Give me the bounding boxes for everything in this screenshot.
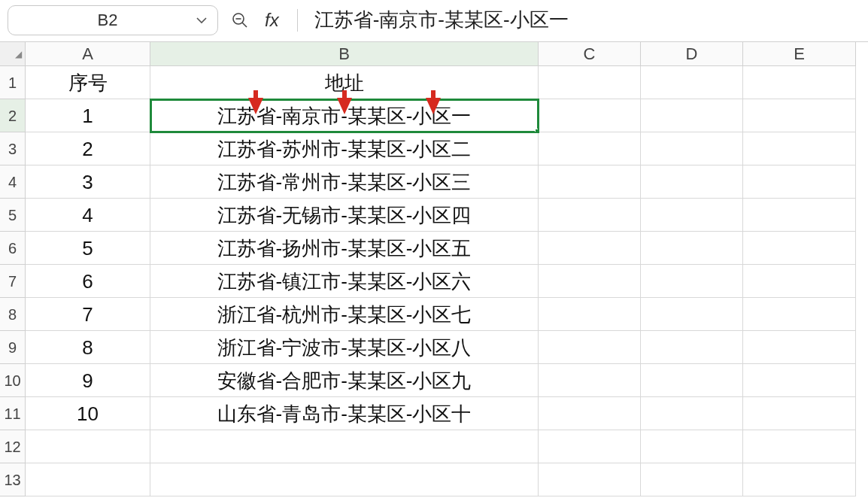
cell-D1[interactable] xyxy=(641,66,743,99)
cell-E2[interactable] xyxy=(743,99,856,132)
cell-C1[interactable] xyxy=(539,66,641,99)
cell-A3[interactable]: 2 xyxy=(26,132,150,165)
cell-C8[interactable] xyxy=(539,298,641,331)
cell-B3[interactable]: 江苏省-苏州市-某某区-小区二 xyxy=(150,132,539,165)
cell-C5[interactable] xyxy=(539,199,641,232)
cell-B7[interactable]: 江苏省-镇江市-某某区-小区六 xyxy=(150,265,539,298)
cell-B10[interactable]: 安徽省-合肥市-某某区-小区九 xyxy=(150,364,539,397)
cell-B1[interactable]: 地址 xyxy=(150,66,539,99)
column-header-B[interactable]: B xyxy=(150,42,539,66)
cell-C10[interactable] xyxy=(539,364,641,397)
cell-C11[interactable] xyxy=(539,397,641,430)
cell-E13[interactable] xyxy=(743,463,856,496)
cell-A11[interactable]: 10 xyxy=(26,397,150,430)
row-header[interactable]: 13 xyxy=(0,463,26,496)
cell-D12[interactable] xyxy=(641,430,743,463)
cell-E9[interactable] xyxy=(743,331,856,364)
name-box[interactable]: B2 xyxy=(8,5,218,35)
cell-E3[interactable] xyxy=(743,132,856,165)
cell-A10[interactable]: 9 xyxy=(26,364,150,397)
cell-B4[interactable]: 江苏省-常州市-某某区-小区三 xyxy=(150,165,539,199)
cell-B12[interactable] xyxy=(150,430,539,463)
cell-D13[interactable] xyxy=(641,463,743,496)
cell-D6[interactable] xyxy=(641,232,743,265)
row-header[interactable]: 6 xyxy=(0,232,26,265)
cell-C6[interactable] xyxy=(539,232,641,265)
column-header-D[interactable]: D xyxy=(641,42,743,66)
row-header[interactable]: 8 xyxy=(0,298,26,331)
cell-A9[interactable]: 8 xyxy=(26,331,150,364)
cell-E5[interactable] xyxy=(743,199,856,232)
row-header[interactable]: 11 xyxy=(0,397,26,430)
cell-C2[interactable] xyxy=(539,99,641,132)
cell-A2[interactable]: 1 xyxy=(26,99,150,132)
cell-C3[interactable] xyxy=(539,132,641,165)
chevron-down-icon[interactable] xyxy=(196,14,207,27)
cell-D2[interactable] xyxy=(641,99,743,132)
table-row: 3 2 江苏省-苏州市-某某区-小区二 xyxy=(0,132,868,165)
cell-D7[interactable] xyxy=(641,265,743,298)
cell-D4[interactable] xyxy=(641,165,743,199)
cell-E7[interactable] xyxy=(743,265,856,298)
cell-A6[interactable]: 5 xyxy=(26,232,150,265)
row-header[interactable]: 7 xyxy=(0,265,26,298)
cell-A13[interactable] xyxy=(26,463,150,496)
cell-B11[interactable]: 山东省-青岛市-某某区-小区十 xyxy=(150,397,539,430)
cell-D11[interactable] xyxy=(641,397,743,430)
table-row: 4 3 江苏省-常州市-某某区-小区三 xyxy=(0,165,868,199)
row-header[interactable]: 9 xyxy=(0,331,26,364)
cell-E6[interactable] xyxy=(743,232,856,265)
table-row: 1 序号 地址 xyxy=(0,66,868,99)
cell-reference: B2 xyxy=(19,11,196,30)
fill-handle[interactable] xyxy=(535,129,539,132)
select-all-corner[interactable]: ◢ xyxy=(0,42,26,66)
cell-A1[interactable]: 序号 xyxy=(26,66,150,99)
cell-B9[interactable]: 浙江省-宁波市-某某区-小区八 xyxy=(150,331,539,364)
cell-B8[interactable]: 浙江省-杭州市-某某区-小区七 xyxy=(150,298,539,331)
row-header[interactable]: 12 xyxy=(0,430,26,463)
cell-E1[interactable] xyxy=(743,66,856,99)
row-header[interactable]: 4 xyxy=(0,165,26,199)
table-row: 6 5 江苏省-扬州市-某某区-小区五 xyxy=(0,232,868,265)
formula-input[interactable] xyxy=(313,8,860,32)
cell-C12[interactable] xyxy=(539,430,641,463)
cell-D8[interactable] xyxy=(641,298,743,331)
column-header-E[interactable]: E xyxy=(743,42,856,66)
cell-A8[interactable]: 7 xyxy=(26,298,150,331)
cell-E12[interactable] xyxy=(743,430,856,463)
cell-C4[interactable] xyxy=(539,165,641,199)
cell-C9[interactable] xyxy=(539,331,641,364)
cell-E8[interactable] xyxy=(743,298,856,331)
row-header[interactable]: 2 xyxy=(0,99,26,132)
cell-D5[interactable] xyxy=(641,199,743,232)
cell-B13[interactable] xyxy=(150,463,539,496)
row-header[interactable]: 1 xyxy=(0,66,26,99)
zoom-out-icon[interactable] xyxy=(229,12,251,29)
table-row: 8 7 浙江省-杭州市-某某区-小区七 xyxy=(0,298,868,331)
cell-D9[interactable] xyxy=(641,331,743,364)
svg-line-1 xyxy=(242,23,247,27)
table-row: 7 6 江苏省-镇江市-某某区-小区六 xyxy=(0,265,868,298)
cell-D10[interactable] xyxy=(641,364,743,397)
cell-B5[interactable]: 江苏省-无锡市-某某区-小区四 xyxy=(150,199,539,232)
column-header-A[interactable]: A xyxy=(26,42,150,66)
table-row: 12 xyxy=(0,430,868,463)
cell-B2[interactable]: 江苏省-南京市-某某区-小区一 xyxy=(150,99,539,132)
table-row: 2 1 江苏省-南京市-某某区-小区一 xyxy=(0,99,868,132)
cell-E4[interactable] xyxy=(743,165,856,199)
row-header[interactable]: 3 xyxy=(0,132,26,165)
cell-C13[interactable] xyxy=(539,463,641,496)
cell-E11[interactable] xyxy=(743,397,856,430)
row-header[interactable]: 10 xyxy=(0,364,26,397)
cell-A12[interactable] xyxy=(26,430,150,463)
row-header[interactable]: 5 xyxy=(0,199,26,232)
cell-A4[interactable]: 3 xyxy=(26,165,150,199)
cell-E10[interactable] xyxy=(743,364,856,397)
cell-D3[interactable] xyxy=(641,132,743,165)
cell-B6[interactable]: 江苏省-扬州市-某某区-小区五 xyxy=(150,232,539,265)
cell-C7[interactable] xyxy=(539,265,641,298)
fx-label[interactable]: fx xyxy=(262,10,282,31)
cell-A5[interactable]: 4 xyxy=(26,199,150,232)
cell-A7[interactable]: 6 xyxy=(26,265,150,298)
column-header-C[interactable]: C xyxy=(539,42,641,66)
